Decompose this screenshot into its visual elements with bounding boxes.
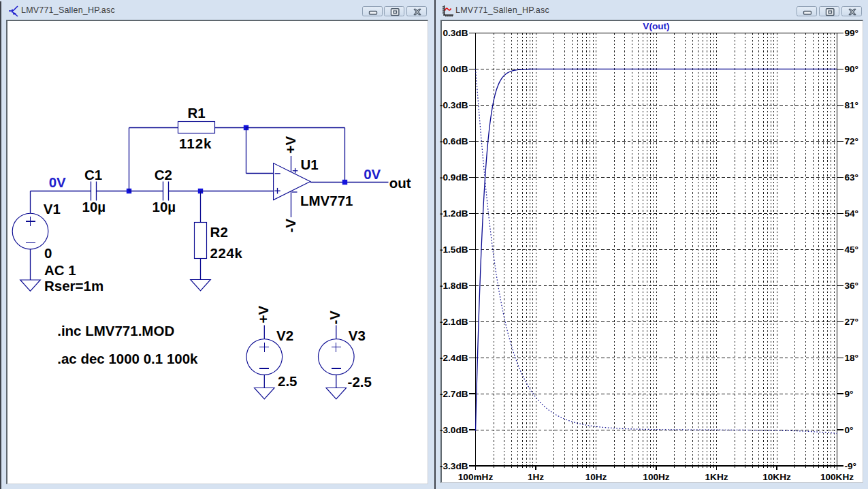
svg-text:R2: R2 (210, 224, 228, 240)
svg-text:99°: 99° (845, 28, 859, 38)
svg-text:R1: R1 (188, 105, 206, 121)
svg-text:72°: 72° (845, 136, 859, 146)
svg-text:-2.1dB: -2.1dB (440, 317, 468, 327)
svg-text:27°: 27° (845, 317, 859, 327)
svg-text:-0.6dB: -0.6dB (440, 136, 468, 146)
svg-text:1KHz: 1KHz (705, 472, 728, 482)
svg-text:10µ: 10µ (82, 199, 106, 215)
svg-text:V(out): V(out) (643, 21, 669, 31)
svg-text:54°: 54° (845, 208, 859, 219)
svg-text:100KHz: 100KHz (820, 472, 854, 482)
svg-text:100mHz: 100mHz (458, 472, 494, 482)
svg-text:+V: +V (283, 136, 298, 154)
svg-text:AC 1: AC 1 (44, 262, 76, 278)
svg-text:2.5: 2.5 (278, 373, 298, 389)
svg-text:224k: 224k (210, 245, 243, 261)
svg-text:112k: 112k (179, 136, 212, 151)
svg-text:-0.9dB: -0.9dB (440, 172, 468, 183)
svg-text:Rser=1m: Rser=1m (44, 278, 103, 294)
svg-text:100Hz: 100Hz (643, 472, 669, 482)
svg-text:-1.2dB: -1.2dB (440, 208, 468, 219)
svg-text:-3.3dB: -3.3dB (440, 461, 468, 471)
svg-text:0.3dB: 0.3dB (443, 28, 468, 38)
svg-text:V2: V2 (276, 328, 293, 343)
svg-text:.ac dec 1000 0.1 100k: .ac dec 1000 0.1 100k (57, 351, 198, 366)
svg-text:C2: C2 (155, 167, 172, 183)
svg-text:-0.3dB: -0.3dB (440, 100, 468, 110)
svg-text:18°: 18° (845, 353, 859, 363)
svg-text:10Hz: 10Hz (585, 472, 607, 482)
svg-text:63°: 63° (845, 172, 859, 183)
svg-text:V1: V1 (44, 201, 61, 217)
svg-text:10KHz: 10KHz (762, 472, 791, 482)
svg-text:-1.8dB: -1.8dB (440, 281, 468, 291)
svg-text:0V: 0V (49, 174, 66, 190)
svg-text:.inc LMV771.MOD: .inc LMV771.MOD (57, 323, 174, 338)
svg-text:9°: 9° (845, 389, 854, 399)
svg-text:1Hz: 1Hz (528, 472, 544, 482)
svg-text:+V: +V (255, 306, 271, 324)
svg-text:-V: -V (327, 311, 342, 325)
svg-text:-9°: -9° (845, 461, 857, 471)
svg-text:90°: 90° (845, 64, 859, 74)
svg-text:LMV771: LMV771 (300, 193, 353, 208)
svg-text:45°: 45° (845, 245, 859, 255)
svg-text:V3: V3 (349, 328, 366, 343)
svg-text:C1: C1 (84, 167, 102, 183)
svg-text:U1: U1 (300, 157, 318, 172)
svg-text:0°: 0° (845, 425, 854, 435)
svg-text:-2.5: -2.5 (348, 374, 372, 390)
svg-text:0: 0 (44, 245, 52, 261)
svg-text:-2.4dB: -2.4dB (440, 353, 468, 363)
svg-text:36°: 36° (845, 281, 859, 291)
svg-text:-2.7dB: -2.7dB (440, 389, 468, 399)
svg-text:-1.5dB: -1.5dB (440, 245, 468, 255)
svg-text:-V: -V (283, 219, 298, 233)
svg-text:out: out (389, 175, 411, 191)
svg-text:-3.0dB: -3.0dB (440, 425, 468, 435)
svg-text:0.0dB: 0.0dB (443, 64, 468, 74)
svg-text:10µ: 10µ (152, 199, 176, 215)
svg-text:0V: 0V (364, 166, 381, 182)
svg-text:81°: 81° (845, 100, 859, 110)
